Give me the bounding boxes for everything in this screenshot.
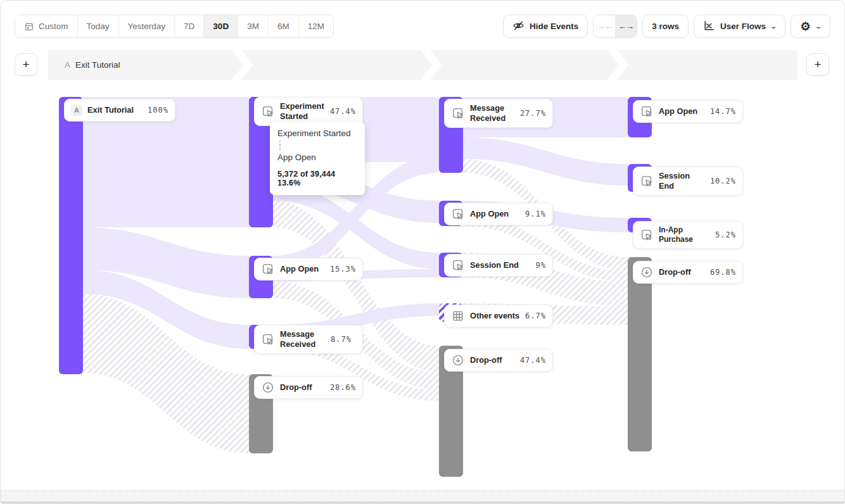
- add-step-right-button[interactable]: +: [806, 53, 829, 76]
- tooltip-from-event: Experiment Started: [277, 129, 359, 138]
- node-card-message-received-3[interactable]: Message Received 27.7%: [444, 99, 553, 128]
- flow-tooltip: Experiment Started App Open 5,372 of 39,…: [270, 122, 365, 195]
- drop-off-icon: [261, 381, 275, 394]
- node-label: App Open: [659, 106, 705, 117]
- node-pct: 47.4%: [330, 107, 356, 116]
- flow-links-layer: [1, 83, 845, 491]
- node-label: Drop-off: [470, 355, 515, 365]
- node-label: Session End: [659, 171, 705, 191]
- node-label: Exit Tutorial: [87, 105, 143, 115]
- node-pct: 5.2%: [715, 230, 736, 239]
- node-card-drop-off-3[interactable]: Drop-off 47.4%: [444, 349, 553, 372]
- node-card-app-open-4[interactable]: App Open 14.7%: [633, 100, 743, 123]
- collapse-expand-toggle: →← ←→: [593, 15, 637, 38]
- node-label: In-App Purchase: [659, 225, 710, 244]
- node-bar-exit-tutorial[interactable]: [59, 97, 83, 374]
- date-range-custom[interactable]: Custom: [15, 15, 78, 37]
- node-card-other-events-3[interactable]: Other events 6.7%: [444, 305, 553, 327]
- node-card-app-open-2[interactable]: App Open 15.3%: [254, 258, 363, 280]
- node-label: Message Received: [470, 103, 515, 123]
- step-chevron-separators: [48, 50, 797, 80]
- expand-columns-button[interactable]: ←→: [615, 15, 637, 37]
- node-pct: 8.7%: [331, 335, 352, 344]
- node-card-exit-tutorial[interactable]: A Exit Tutorial 100%: [64, 99, 175, 122]
- node-label: Other events: [470, 311, 520, 321]
- node-pct: 27.7%: [520, 109, 546, 118]
- event-icon: [451, 207, 465, 221]
- grid-icon: [451, 309, 465, 323]
- node-pct: 6.7%: [525, 312, 546, 320]
- hide-events-button[interactable]: Hide Events: [503, 15, 588, 38]
- event-icon: [451, 258, 465, 272]
- node-card-drop-off-2[interactable]: Drop-off 28.6%: [254, 376, 363, 399]
- date-range-7d[interactable]: 7D: [175, 15, 204, 37]
- event-icon: [261, 104, 275, 118]
- rows-button[interactable]: 3 rows: [642, 15, 689, 38]
- date-range-label: Custom: [39, 22, 68, 31]
- sankey-chart: A Exit Tutorial 100% Experiment Started …: [1, 83, 845, 491]
- date-range-today[interactable]: Today: [78, 15, 119, 37]
- collapse-columns-button[interactable]: →←: [594, 15, 615, 37]
- drop-off-icon: [640, 265, 654, 279]
- event-icon: [261, 262, 275, 276]
- node-label: Drop-off: [280, 382, 325, 393]
- tooltip-connector: [279, 141, 281, 150]
- node-pct: 100%: [148, 106, 168, 115]
- node-pct: 14.7%: [710, 107, 736, 116]
- date-range-3m[interactable]: 3M: [238, 15, 269, 37]
- node-card-app-open-3[interactable]: App Open 9.1%: [444, 203, 553, 225]
- node-pct: 10.2%: [710, 177, 736, 186]
- view-type-dropdown[interactable]: User Flows ⌄: [694, 15, 785, 38]
- node-pct: 69.8%: [710, 268, 736, 277]
- node-card-session-end-3[interactable]: Session End 9%: [444, 254, 553, 277]
- node-label: App Open: [470, 209, 520, 219]
- date-range-6m[interactable]: 6M: [269, 15, 299, 37]
- add-step-left-button[interactable]: +: [15, 53, 37, 76]
- event-icon: [451, 106, 465, 120]
- node-label: Message Received: [280, 329, 326, 350]
- node-card-message-received-2[interactable]: Message Received 8.7%: [254, 325, 363, 354]
- drop-off-icon: [451, 353, 465, 367]
- calendar-icon: [24, 22, 34, 32]
- date-range-12m[interactable]: 12M: [299, 15, 333, 37]
- eye-off-icon: [512, 20, 524, 34]
- step-a-badge: A: [71, 104, 82, 116]
- date-range-30d[interactable]: 30D: [204, 15, 238, 37]
- toolbar-right-cluster: Hide Events →← ←→ 3 rows User Flows ⌄ ⚙ …: [503, 15, 830, 38]
- event-icon: [640, 228, 654, 242]
- gear-icon: ⚙: [800, 21, 810, 32]
- chevron-down-icon: ⌄: [815, 23, 822, 30]
- bottom-scroll-strip[interactable]: [1, 490, 844, 501]
- node-pct: 47.4%: [520, 356, 546, 365]
- tooltip-stat: 5,372 of 39,444 13.6%: [277, 170, 359, 187]
- node-label: Experiment Started: [280, 101, 325, 122]
- toolbar: Custom Today Yesterday 7D 30D 3M 6M 12M …: [15, 15, 830, 38]
- user-flows-icon: [703, 20, 715, 34]
- node-label: Session End: [470, 260, 531, 270]
- node-pct: 9.1%: [525, 210, 546, 218]
- node-card-in-app-purchase-4[interactable]: In-App Purchase 5.2%: [633, 221, 743, 249]
- settings-dropdown[interactable]: ⚙ ⌄: [791, 15, 830, 38]
- event-icon: [640, 174, 654, 188]
- event-icon: [640, 104, 654, 118]
- event-icon: [261, 332, 275, 346]
- date-range-selector: Custom Today Yesterday 7D 30D 3M 6M 12M: [15, 15, 334, 38]
- node-pct: 15.3%: [330, 265, 356, 274]
- node-pct: 28.6%: [330, 383, 356, 392]
- node-bar-drop-off-4[interactable]: [628, 257, 652, 451]
- hide-events-label: Hide Events: [530, 22, 578, 31]
- node-card-drop-off-4[interactable]: Drop-off 69.8%: [633, 261, 743, 284]
- node-label: Drop-off: [659, 267, 705, 277]
- date-range-yesterday[interactable]: Yesterday: [119, 15, 175, 37]
- user-flows-app: Custom Today Yesterday 7D 30D 3M 6M 12M …: [0, 0, 845, 504]
- view-type-label: User Flows: [720, 22, 766, 31]
- rows-label: 3 rows: [652, 22, 679, 31]
- node-card-session-end-4[interactable]: Session End 10.2%: [633, 167, 743, 196]
- flow-path-banner[interactable]: A Exit Tutorial: [48, 50, 797, 80]
- flow-link: [463, 137, 628, 186]
- node-label: App Open: [280, 264, 325, 274]
- chevron-down-icon: ⌄: [770, 23, 777, 30]
- path-bar: + A Exit Tutorial +: [1, 50, 844, 80]
- tooltip-to-event: App Open: [277, 153, 359, 162]
- node-pct: 9%: [536, 261, 546, 270]
